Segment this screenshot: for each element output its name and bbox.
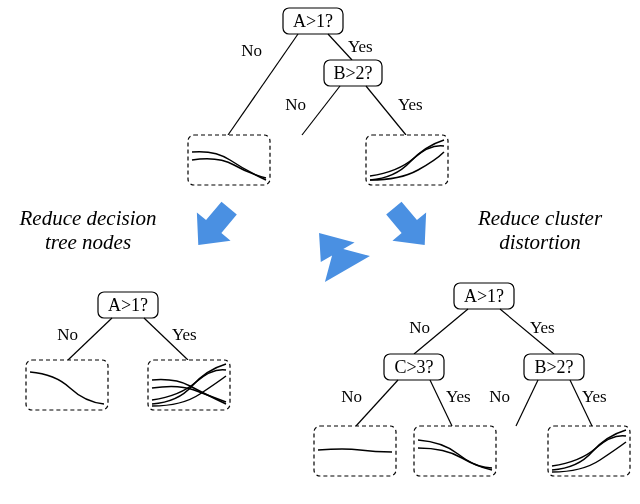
top-child-yes-label: Yes bbox=[398, 95, 423, 114]
right-tree: A>1? No Yes C>3? No Yes B>2? No Yes bbox=[314, 283, 630, 476]
right-root-yes-label: Yes bbox=[530, 318, 555, 337]
right-right-no-label: No bbox=[489, 387, 510, 406]
caption-right-line2: distortion bbox=[499, 230, 581, 254]
arrow-left bbox=[302, 217, 370, 282]
left-root-yes-label: Yes bbox=[172, 325, 197, 344]
svg-marker-3 bbox=[181, 194, 246, 259]
caption-right-line1: Reduce cluster bbox=[477, 206, 603, 230]
top-edge-root-left bbox=[228, 34, 298, 135]
top-leaf-2 bbox=[366, 135, 448, 185]
top-tree: A>1? No Yes B>2? No Yes bbox=[188, 8, 448, 185]
right-edge-right-no bbox=[516, 380, 538, 426]
top-root-no-label: No bbox=[241, 41, 262, 60]
caption-left-line1: Reduce decision bbox=[18, 206, 156, 230]
right-root-no-label: No bbox=[409, 318, 430, 337]
top-edge-child-left bbox=[302, 86, 340, 135]
arrow-down-right bbox=[377, 194, 442, 259]
top-root-yes-label: Yes bbox=[348, 37, 373, 56]
svg-marker-4 bbox=[377, 194, 442, 259]
right-right-child-label: B>2? bbox=[534, 357, 573, 377]
right-edge-left-no bbox=[356, 380, 398, 426]
right-root-label: A>1? bbox=[464, 286, 504, 306]
top-root-label: A>1? bbox=[293, 11, 333, 31]
left-root-label: A>1? bbox=[108, 295, 148, 315]
left-tree: A>1? No Yes bbox=[26, 292, 230, 410]
right-leaf-3 bbox=[548, 426, 630, 476]
svg-rect-7 bbox=[314, 426, 396, 476]
top-leaf-1 bbox=[188, 135, 270, 185]
right-right-yes-label: Yes bbox=[582, 387, 607, 406]
caption-left-line2: tree nodes bbox=[45, 230, 131, 254]
left-root-no-label: No bbox=[57, 325, 78, 344]
left-leaf-1 bbox=[26, 360, 108, 410]
right-leaf-1 bbox=[314, 426, 396, 476]
diagram: A>1? No Yes B>2? No Yes bbox=[0, 0, 640, 504]
right-left-no-label: No bbox=[341, 387, 362, 406]
right-left-child-label: C>3? bbox=[394, 357, 433, 377]
left-leaf-2 bbox=[148, 360, 230, 410]
arrow-down-left bbox=[181, 194, 246, 259]
right-leaf-2 bbox=[414, 426, 496, 476]
top-child-no-label: No bbox=[285, 95, 306, 114]
top-child-label: B>2? bbox=[333, 63, 372, 83]
svg-marker-2 bbox=[302, 217, 370, 282]
right-left-yes-label: Yes bbox=[446, 387, 471, 406]
